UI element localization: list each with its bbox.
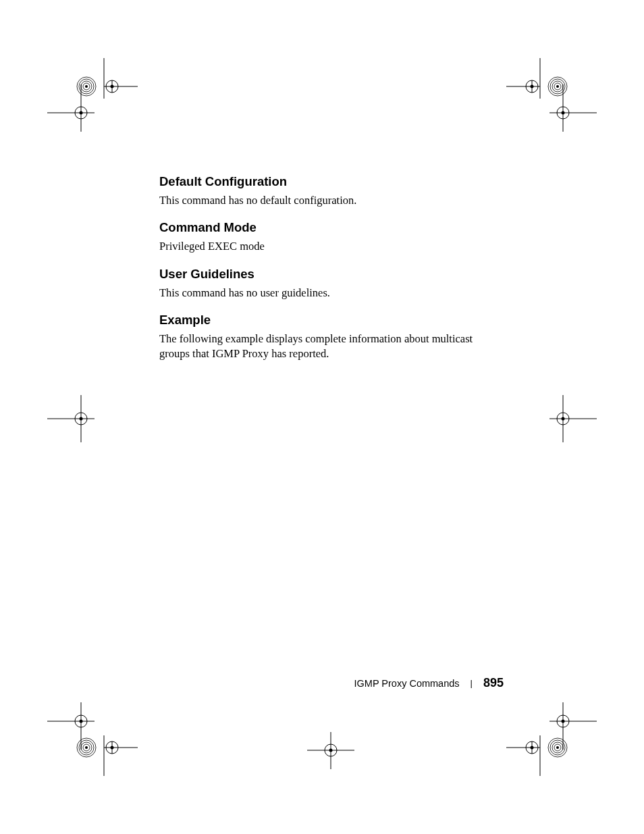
svg-point-70 [526, 741, 538, 754]
crop-mark-icon [51, 51, 139, 126]
crop-mark-icon [505, 51, 593, 126]
svg-point-66 [554, 744, 561, 751]
svg-point-27 [531, 85, 534, 88]
svg-point-18 [550, 79, 565, 94]
svg-point-24 [526, 80, 538, 93]
crop-mark-icon [529, 696, 603, 756]
svg-point-46 [77, 738, 96, 757]
heading-command-mode: Command Mode [159, 220, 504, 235]
svg-point-50 [85, 746, 88, 749]
footer-separator: | [471, 678, 473, 688]
svg-point-49 [83, 744, 90, 751]
svg-point-67 [556, 746, 559, 749]
svg-point-4 [85, 85, 88, 88]
svg-point-85 [329, 749, 333, 752]
crop-mark-icon [300, 729, 361, 783]
page-content: Default Configuration This command has n… [159, 174, 504, 361]
crop-mark-icon [505, 708, 593, 783]
heading-default-configuration: Default Configuration [159, 174, 504, 189]
svg-point-42 [557, 413, 569, 425]
svg-point-13 [75, 107, 87, 119]
svg-point-17 [548, 77, 567, 96]
svg-point-48 [81, 742, 92, 753]
body-user-guidelines: This command has no user guidelines. [159, 286, 504, 301]
svg-point-47 [79, 740, 94, 755]
svg-point-36 [75, 413, 87, 425]
svg-point-20 [554, 83, 561, 90]
svg-point-45 [562, 417, 565, 421]
svg-point-82 [325, 744, 337, 756]
crop-mark-icon [529, 388, 603, 449]
svg-point-1 [79, 79, 94, 94]
crop-mark-icon [529, 78, 603, 138]
svg-point-79 [562, 720, 565, 723]
heading-example: Example [159, 313, 504, 328]
crop-mark-icon [51, 708, 139, 783]
svg-point-10 [111, 85, 114, 88]
svg-point-65 [552, 742, 563, 753]
svg-point-63 [548, 738, 567, 757]
svg-point-59 [75, 715, 87, 727]
footer-section-name: IGMP Proxy Commands [354, 678, 460, 689]
svg-point-3 [83, 83, 90, 90]
svg-point-62 [80, 720, 83, 723]
svg-point-53 [106, 741, 118, 754]
svg-point-7 [106, 80, 118, 93]
body-example: The following example displays complete … [159, 332, 504, 362]
svg-point-64 [550, 740, 565, 755]
crop-mark-icon [41, 696, 115, 756]
page-footer: IGMP Proxy Commands | 895 [159, 676, 504, 690]
svg-point-76 [557, 715, 569, 727]
body-default-configuration: This command has no default configuratio… [159, 193, 504, 208]
heading-user-guidelines: User Guidelines [159, 267, 504, 282]
svg-point-21 [556, 85, 559, 88]
crop-mark-icon [41, 78, 115, 138]
svg-point-19 [552, 81, 563, 92]
svg-point-30 [557, 107, 569, 119]
body-command-mode: Privileged EXEC mode [159, 239, 504, 254]
svg-point-39 [80, 417, 83, 421]
svg-point-56 [111, 746, 114, 750]
svg-point-73 [531, 746, 534, 750]
crop-mark-icon [41, 388, 115, 449]
svg-point-16 [80, 111, 83, 115]
svg-point-0 [77, 77, 96, 96]
svg-point-33 [562, 111, 565, 115]
footer-page-number: 895 [483, 676, 504, 690]
svg-point-2 [81, 81, 92, 92]
